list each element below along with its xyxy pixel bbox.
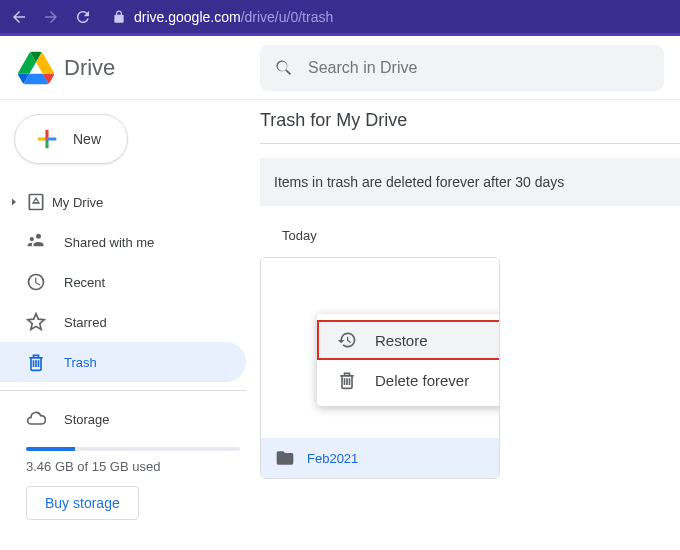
drive-logo[interactable]: Drive: [0, 36, 260, 100]
new-button-label: New: [73, 131, 101, 147]
url-display[interactable]: drive.google.com/drive/u/0/trash: [112, 9, 333, 25]
sidebar-item-starred[interactable]: Starred: [0, 302, 246, 342]
storage-bar: [26, 447, 240, 451]
new-button[interactable]: New: [14, 114, 128, 164]
sidebar-item-storage[interactable]: Storage: [0, 399, 246, 439]
menu-item-label: Delete forever: [375, 372, 469, 389]
sidebar-item-shared[interactable]: Shared with me: [0, 222, 246, 262]
menu-item-delete-forever[interactable]: Delete forever: [317, 360, 500, 400]
page-title: Trash for My Drive: [260, 110, 680, 144]
sidebar-item-label: Shared with me: [64, 235, 154, 250]
menu-item-restore[interactable]: Restore: [317, 320, 500, 360]
divider: [0, 390, 246, 391]
sidebar-item-label: Trash: [64, 355, 97, 370]
brand-name: Drive: [64, 55, 115, 81]
menu-item-label: Restore: [375, 332, 428, 349]
star-icon: [26, 312, 46, 332]
trash-icon: [337, 370, 357, 390]
sidebar-item-label: Recent: [64, 275, 105, 290]
search-icon: [274, 58, 294, 78]
browser-address-bar: drive.google.com/drive/u/0/trash: [0, 0, 680, 36]
sidebar-item-label: My Drive: [52, 195, 103, 210]
search-box[interactable]: [260, 45, 664, 91]
restore-icon: [337, 330, 357, 350]
context-menu: Restore Delete forever: [317, 314, 500, 406]
browser-back-button[interactable]: [10, 8, 28, 26]
storage-text: 3.46 GB of 15 GB used: [26, 459, 240, 474]
trash-icon: [26, 352, 46, 372]
cloud-icon: [26, 409, 46, 429]
folder-icon: [275, 448, 295, 468]
shared-icon: [26, 232, 46, 252]
search-input[interactable]: [308, 59, 650, 77]
file-card[interactable]: Feb2021 Restore Delete forever: [260, 257, 500, 479]
file-name: Feb2021: [307, 451, 358, 466]
sidebar-item-label: Storage: [64, 412, 110, 427]
sidebar-item-my-drive[interactable]: My Drive: [0, 182, 246, 222]
sidebar-item-recent[interactable]: Recent: [0, 262, 246, 302]
section-label: Today: [282, 228, 680, 243]
clock-icon: [26, 272, 46, 292]
sidebar-item-trash[interactable]: Trash: [0, 342, 246, 382]
lock-icon: [112, 10, 126, 24]
sidebar-item-label: Starred: [64, 315, 107, 330]
my-drive-icon: [26, 192, 46, 212]
drive-logo-icon: [18, 50, 54, 86]
browser-forward-button[interactable]: [42, 8, 60, 26]
buy-storage-button[interactable]: Buy storage: [26, 486, 139, 520]
chevron-right-icon: [8, 192, 20, 212]
plus-icon: [33, 125, 61, 153]
browser-reload-button[interactable]: [74, 8, 92, 26]
info-banner: Items in trash are deleted forever after…: [260, 158, 680, 206]
